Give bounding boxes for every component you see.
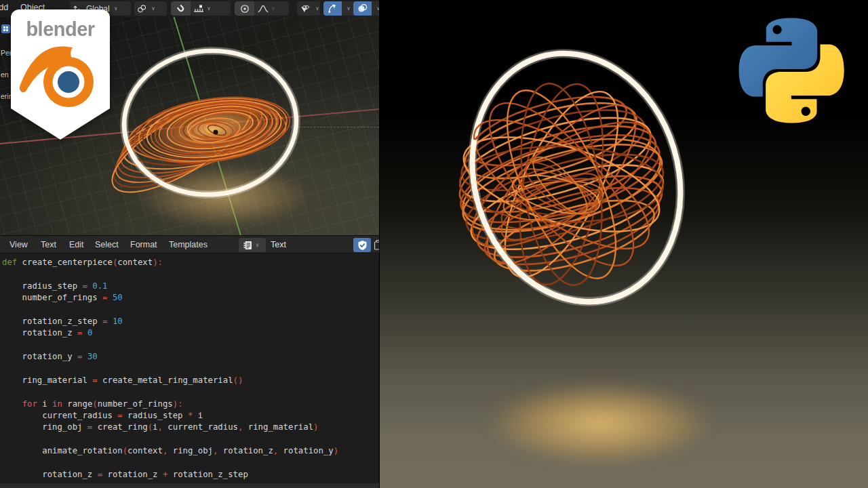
gizmos-toggle-button[interactable] [323,1,342,16]
copy-icon[interactable] [374,239,379,252]
thumbnail-root: Add Object z Global ∨ ∨ [0,0,868,488]
code-line: rotation_z = rotation_z + rotation_z_ste… [2,469,379,481]
code-line: rotation_z_step = 10 [2,316,379,327]
blender-badge: blender [10,9,111,140]
editor-type-icon[interactable] [1,24,10,33]
menu-format[interactable]: Format [130,240,157,249]
chevron-down-icon: ∨ [112,6,120,12]
overlays-icon [357,3,368,14]
pivot-point-icon [134,1,149,16]
code-line: animate_rotation(context, ring_obj, rota… [2,445,379,457]
proportional-editing-button[interactable] [235,1,254,16]
overlays-group: ∨ [353,1,379,16]
menu-templates[interactable]: Templates [169,240,208,249]
falloff-curve-icon [257,4,269,14]
code-line: def create_centerpiece(context): [2,257,379,268]
run-script-trust-button[interactable] [353,238,371,252]
code-line [2,363,379,375]
chevron-down-icon: ∨ [205,6,213,12]
show-gizmo-icon [297,1,313,16]
chevron-down-icon: ∨ [269,6,277,12]
text-editor: View Text Edit Select Format Templates ∨… [0,235,379,488]
sculpture-ring [213,129,218,134]
code-line [2,340,379,351]
sculpture-ring [442,27,711,327]
menu-view[interactable]: View [9,240,28,249]
code-line: ring_material = create_metal_ring_materi… [2,375,379,386]
chevron-down-icon: ∨ [149,6,157,12]
sculpture-ring [442,27,711,327]
falloff-curve-button[interactable]: ∨ [254,1,280,16]
chevron-down-icon: ∨ [344,6,353,12]
code-line [2,386,379,398]
pivot-point-button[interactable]: ∨ [134,1,167,16]
snap-target-icon [193,4,205,14]
code-line: rotation_z = 0 [2,327,379,339]
code-line: rotation_y = 30 [2,351,379,363]
editor-bottom-strip [0,483,379,488]
proportional-editing-group: ∨ [235,1,289,16]
code-line: for i in range(number_of_rings): [2,399,379,410]
sculpture-ring [442,27,711,327]
text-datablock-name[interactable]: Text [271,240,286,249]
code-line [2,458,379,469]
code-pane[interactable]: def create_centerpiece(context): radius_… [0,253,379,488]
snap-toggle-button[interactable] [171,1,191,16]
shield-check-icon [357,240,368,251]
menu-select[interactable]: Select [95,240,119,249]
code-line [2,434,379,445]
proportional-editing-icon [240,4,250,14]
text-datablock-button[interactable]: ∨ [239,238,266,252]
overlays-dropdown[interactable]: ∨ [372,1,379,16]
gizmos-icon [328,3,338,14]
code-line: radius_step = 0.1 [2,281,379,292]
menu-text[interactable]: Text [41,240,56,249]
chevron-down-icon: ∨ [254,243,262,248]
menu-edit[interactable]: Edit [69,240,84,249]
chevron-down-icon: ∨ [374,6,379,12]
emissive-white-ring [442,27,711,327]
code-line [2,304,379,316]
code-line: current_radius = radius_step * i [2,410,379,422]
snap-magnet-icon [176,4,186,14]
show-gizmo-button[interactable]: ∨ [297,1,320,16]
python-logo-icon [733,12,850,129]
snapping-group: ∨ [171,1,231,16]
overlays-toggle-button[interactable] [353,1,372,16]
code-line: number_of_rings = 50 [2,292,379,304]
snap-target-button[interactable]: ∨ [191,1,216,16]
viewport-info-fragment: en [1,70,9,79]
code-line [2,268,379,280]
badge-title: blender [10,18,111,41]
text-editor-header: View Text Edit Select Format Templates ∨… [0,235,379,253]
render-panel [380,0,868,488]
chevron-down-icon: ∨ [313,6,320,12]
text-file-icon [243,241,252,250]
menu-add[interactable]: Add [0,3,8,12]
code-line: ring_obj = creat_ring(i, current_radius,… [2,422,379,433]
blender-window: Add Object z Global ∨ ∨ [0,0,379,488]
